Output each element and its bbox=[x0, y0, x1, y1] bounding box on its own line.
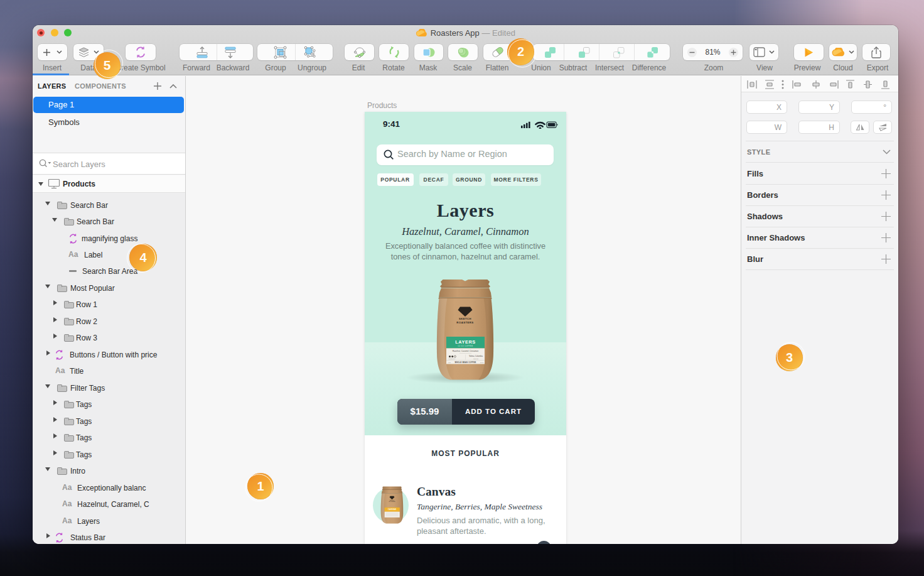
svg-text:70Z: 70Z bbox=[448, 362, 451, 363]
svg-text:LAYERS: LAYERS bbox=[455, 339, 475, 345]
svg-text:290G: 290G bbox=[480, 362, 484, 363]
svg-text:SKETCH: SKETCH bbox=[390, 499, 395, 501]
svg-text:STRENGTH: STRENGTH bbox=[449, 358, 456, 359]
svg-text:Hazelnut, Caramel, Cinnamon: Hazelnut, Caramel, Cinnamon bbox=[453, 350, 479, 352]
svg-text:WHOLE BEAN COFFEE: WHOLE BEAN COFFEE bbox=[454, 361, 476, 364]
svg-text:10 OZ COFFEE: 10 OZ COFFEE bbox=[458, 345, 473, 347]
svg-text:SKETCH: SKETCH bbox=[459, 317, 471, 320]
svg-text:ROASTERS: ROASTERS bbox=[456, 321, 473, 324]
svg-text:ROASTERS: ROASTERS bbox=[389, 501, 396, 502]
svg-text:Tolima, Colombia: Tolima, Colombia bbox=[469, 355, 483, 357]
svg-text:REGION: REGION bbox=[473, 358, 478, 359]
